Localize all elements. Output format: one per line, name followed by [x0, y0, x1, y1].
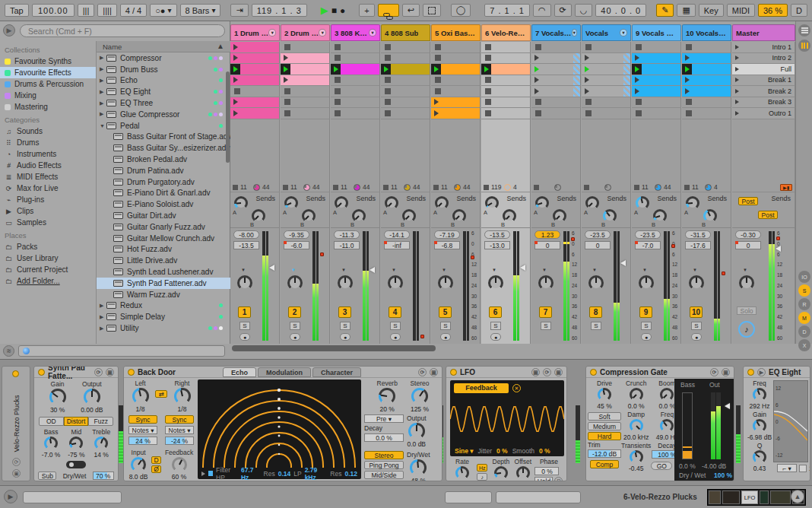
device-thumb[interactable]	[770, 491, 791, 504]
clip-stop-button[interactable]	[585, 110, 592, 116]
track-header[interactable]: Vocals▾	[582, 24, 631, 41]
clip[interactable]	[331, 64, 379, 75]
echo-output-knob[interactable]	[408, 423, 425, 440]
volume-value[interactable]: -6.8	[434, 241, 460, 249]
send-a-knob[interactable]	[585, 196, 599, 210]
mid-focus-toggle[interactable]	[66, 461, 86, 468]
sends-post-button[interactable]: Post	[738, 197, 758, 205]
clip-slot[interactable]	[682, 86, 731, 97]
clip[interactable]	[531, 75, 580, 86]
output-knob[interactable]	[84, 389, 100, 405]
hold-button[interactable]: Hold	[534, 477, 553, 481]
hot-swap-icon[interactable]: ⟳	[94, 368, 103, 376]
clip-stop-button[interactable]	[335, 110, 341, 116]
cg-freq-knob[interactable]	[660, 419, 674, 433]
cg-drywet-value[interactable]: 100 %	[714, 471, 732, 479]
device-expand-icon[interactable]: ▶	[757, 368, 766, 376]
tap-tempo-button[interactable]: Tap	[5, 4, 29, 17]
quantize-menu[interactable]: 8 Bars ▾	[180, 4, 221, 17]
clip-slot[interactable]	[682, 97, 731, 109]
boom-knob[interactable]	[660, 388, 674, 402]
device-thumb[interactable]	[722, 491, 741, 504]
clip-play-icon[interactable]	[632, 64, 642, 75]
clip[interactable]	[682, 75, 731, 86]
hot-swap-icon[interactable]: ⟳	[12, 458, 21, 466]
right-time-knob[interactable]	[174, 388, 191, 405]
filter-on-icon[interactable]	[208, 471, 213, 476]
clip[interactable]	[431, 108, 480, 119]
scene-play-icon[interactable]	[735, 100, 739, 104]
track-activator-button[interactable]: 4	[389, 306, 401, 318]
input-d-button[interactable]: D	[151, 456, 161, 464]
clip-slot[interactable]	[582, 64, 631, 75]
chain-slot[interactable]	[23, 491, 122, 503]
device-on-icon[interactable]	[747, 369, 754, 376]
clip-play-icon[interactable]	[682, 75, 692, 86]
track-menu-icon[interactable]: ▾	[369, 29, 376, 37]
clip-slot[interactable]	[531, 75, 581, 87]
clip[interactable]	[230, 97, 279, 108]
pan-knob[interactable]	[388, 275, 403, 291]
input-knob[interactable]	[131, 457, 146, 472]
volume-value[interactable]: -13.5	[233, 241, 259, 249]
cg-out-value[interactable]: -4.00 dB	[702, 462, 726, 470]
follow-icon[interactable]: ⇥	[230, 4, 248, 17]
record-button[interactable]: ●	[340, 5, 345, 16]
echo-drywet-knob[interactable]	[410, 459, 427, 476]
clip-slot[interactable]	[230, 53, 280, 65]
clip-stop-button[interactable]	[335, 77, 341, 83]
clip-slot[interactable]	[531, 86, 581, 97]
clip-slot[interactable]	[230, 75, 280, 87]
clip[interactable]	[682, 64, 731, 75]
clip-slot[interactable]	[582, 86, 631, 97]
clip-stop-button[interactable]	[385, 99, 391, 105]
show-io-toggle[interactable]: IO	[798, 271, 810, 283]
device-title[interactable]: Back Door	[138, 368, 176, 376]
clip-stop-button[interactable]	[634, 185, 639, 190]
clip-slot[interactable]	[582, 97, 631, 109]
track-activator-button[interactable]: 1	[238, 306, 251, 318]
group-icon[interactable]: ▾	[620, 29, 627, 37]
clip[interactable]	[281, 75, 329, 86]
clip-slot[interactable]	[632, 42, 681, 53]
scene-play-icon[interactable]	[735, 111, 739, 116]
clip-stop-button[interactable]	[383, 185, 389, 190]
chain-slot[interactable]	[445, 491, 492, 503]
clip-play-icon[interactable]	[531, 75, 541, 86]
track-activator-button[interactable]: 9	[639, 306, 652, 318]
clip-play-icon[interactable]	[230, 108, 240, 119]
track-header[interactable]: 7 Vocals Group▾	[531, 24, 581, 41]
phase-value[interactable]: 0 %	[534, 467, 559, 475]
track-activator-button[interactable]: 5	[439, 306, 452, 318]
clip-slot[interactable]	[531, 97, 581, 109]
loop-length-field[interactable]: 40 . 0 . 0	[595, 4, 646, 17]
drywet-value[interactable]: 70 %	[93, 471, 114, 480]
pedal-mode-distort[interactable]: Distort	[64, 417, 89, 426]
device-on-icon[interactable]	[128, 369, 135, 376]
offset-knob[interactable]	[516, 466, 530, 480]
echo-display[interactable]: Filter HP67.7 Hz Res0.14 LP2.79 kHz Res0…	[198, 379, 361, 479]
save-preset-icon[interactable]: ▣	[722, 368, 730, 376]
clip-stop-button[interactable]	[484, 185, 489, 190]
device-title[interactable]: EQ Eight	[769, 368, 801, 376]
volume-fader-handle[interactable]	[620, 260, 626, 266]
clip[interactable]	[431, 97, 480, 108]
clip[interactable]	[230, 75, 279, 86]
clip-play-icon[interactable]	[230, 42, 240, 52]
pedal-mode-fuzz[interactable]: Fuzz	[88, 417, 113, 426]
track-activator-button[interactable]: 10	[690, 306, 703, 318]
track-activator-button[interactable]: 7	[539, 306, 552, 318]
clip-stop-button[interactable]	[534, 185, 539, 190]
volume-fader-handle[interactable]	[269, 265, 274, 271]
metronome-button[interactable]: ○● ▾	[150, 4, 176, 17]
save-preset-icon[interactable]: ▣	[554, 368, 563, 376]
eq-mini-display[interactable]: 1260-6-12	[773, 380, 808, 462]
punch-in-icon[interactable]: ◠	[533, 4, 551, 17]
clip-stop-button[interactable]	[585, 44, 592, 50]
clip-slot[interactable]	[281, 75, 330, 87]
clip-stop-button[interactable]	[333, 185, 338, 190]
send-a-knob[interactable]	[335, 196, 348, 210]
clip-slot[interactable]	[281, 97, 330, 109]
nudge-up-icon[interactable]: ||||	[97, 4, 116, 17]
clip-play-icon[interactable]	[281, 53, 290, 64]
